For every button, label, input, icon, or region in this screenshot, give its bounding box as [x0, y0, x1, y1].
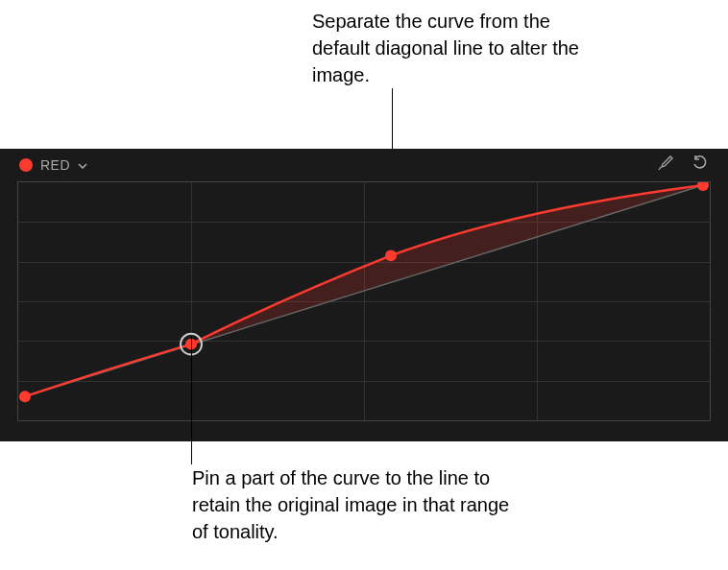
- chevron-down-icon: [78, 160, 87, 171]
- channel-selector[interactable]: RED: [19, 157, 87, 173]
- curve-endpoint-shadow[interactable]: [19, 391, 31, 402]
- curve-svg: [18, 182, 710, 420]
- channel-color-dot: [19, 158, 33, 172]
- annotation-separate-curve: Separate the curve from the default diag…: [312, 8, 600, 88]
- eyedropper-icon[interactable]: [657, 154, 674, 176]
- curve-control-point[interactable]: [385, 249, 397, 261]
- leader-line-bottom: [191, 336, 192, 464]
- color-curves-panel: RED: [0, 149, 728, 441]
- channel-label: RED: [40, 157, 70, 173]
- curve-endpoint-highlight[interactable]: [697, 182, 709, 191]
- curve-editor-area[interactable]: [17, 181, 711, 421]
- tool-icons: [657, 154, 709, 176]
- panel-header: RED: [0, 149, 728, 181]
- annotation-pin-curve: Pin a part of the curve to the line to r…: [192, 464, 519, 545]
- reset-icon[interactable]: [692, 154, 709, 176]
